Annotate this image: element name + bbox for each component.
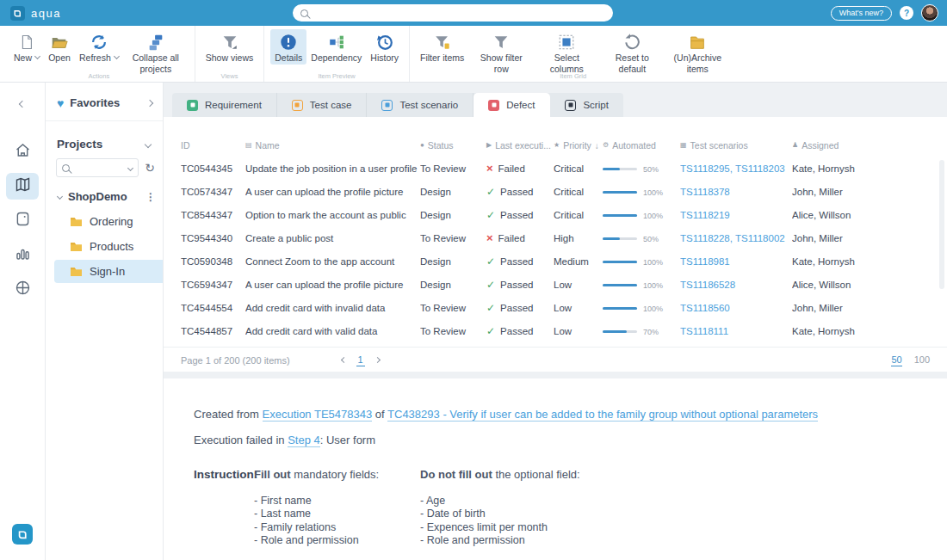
rail-item-reports[interactable]	[6, 207, 39, 234]
tab-defect[interactable]: Defect	[474, 93, 550, 117]
projects-label: Projects	[57, 138, 102, 151]
column-header-status[interactable]: ●Status	[420, 140, 486, 151]
execution-link[interactable]: Execution TE5478343	[263, 408, 373, 422]
show-filter-row-button[interactable]: Show filter row	[468, 29, 534, 75]
info-icon	[279, 32, 298, 52]
show-views-button[interactable]: Show views	[201, 29, 257, 65]
chevron-down-icon[interactable]	[127, 164, 133, 170]
table-row[interactable]: TC0544345Update the job position in a us…	[164, 157, 947, 180]
list-item: - Last name	[254, 508, 420, 521]
tree-item-ordering[interactable]: Ordering	[54, 210, 163, 233]
column-header-test-scenarios[interactable]: ▦Test scenarios	[680, 140, 792, 151]
whats-new-button[interactable]: What's new?	[831, 6, 892, 21]
unarchive-items-label: (Un)Archive items	[669, 52, 726, 74]
collapse-sidebar-button[interactable]	[12, 95, 33, 113]
test-scenario-link[interactable]: TS1118560	[680, 303, 792, 313]
test-scenario-link[interactable]: TS1118981	[680, 256, 792, 267]
prev-page-button[interactable]	[341, 357, 347, 363]
column-header-last-executi[interactable]: ▶Last executi...	[486, 140, 554, 151]
row-automated: 100%	[603, 210, 680, 220]
table-row[interactable]: TC0590348Connect Zoom to the app account…	[164, 249, 947, 273]
test-scenario-link[interactable]: TS1118219	[680, 210, 792, 220]
row-priority: Critical	[554, 210, 603, 220]
toolbar-group-label: Actions	[3, 72, 195, 80]
chevron-down-icon[interactable]	[57, 194, 63, 200]
instruction-block: Instruction: Fill out mandatory fields: …	[194, 468, 930, 548]
collapse-all-projects-button[interactable]: Collapse all projects	[123, 29, 189, 75]
refresh-projects-icon[interactable]: ↻	[145, 162, 155, 174]
tab-test-case[interactable]: Test case	[277, 93, 368, 117]
aqua-logo[interactable]: aqua	[0, 6, 61, 21]
tab-script[interactable]: Script	[550, 93, 622, 117]
tab-test-scenario[interactable]: Test scenario	[367, 93, 474, 117]
sidebar: ♥ Favorites Projects ↻ ShopDemo ⋮	[46, 83, 164, 560]
row-priority: Critical	[554, 187, 603, 197]
new-button[interactable]: New	[9, 29, 44, 65]
table-row[interactable]: TC4544554Add credit card with invalid da…	[164, 296, 947, 319]
column-header-id[interactable]: ID	[181, 140, 245, 151]
page-1-button[interactable]: 1	[356, 354, 365, 366]
help-icon[interactable]: ?	[900, 6, 913, 20]
column-header-assigned[interactable]: ♟Assigned	[792, 140, 935, 151]
tree-item-sign-in[interactable]: Sign-In	[54, 260, 163, 283]
collapse-all-projects-label: Collapse all projects	[127, 52, 184, 74]
chevron-right-icon[interactable]	[146, 99, 153, 106]
tab-requirement[interactable]: Requirement	[172, 93, 277, 117]
open-button[interactable]: Open	[44, 29, 75, 65]
select-columns-button[interactable]: Select columns	[534, 29, 599, 75]
next-page-button[interactable]	[374, 357, 381, 363]
progress-bar	[603, 261, 637, 263]
table-row[interactable]: TC6594347A user can upload the profile p…	[164, 273, 947, 296]
pagination: Page 1 of 200 (200 items) 1 50100	[164, 347, 947, 372]
filter-items-button[interactable]: Filter items	[416, 29, 468, 65]
chevron-down-icon[interactable]	[145, 140, 152, 147]
history-button[interactable]: History	[366, 29, 403, 65]
rail-item-grid[interactable]	[6, 276, 39, 303]
unarchive-items-button[interactable]: (Un)Archive items	[665, 29, 730, 75]
project-search-input[interactable]	[56, 158, 139, 177]
test-scenario-link[interactable]: TS11186528	[680, 280, 792, 290]
aqua-rail-logo[interactable]	[12, 524, 33, 545]
progress-percent: 100%	[643, 188, 663, 197]
step-link[interactable]: Step 4	[288, 434, 320, 447]
page-size-100[interactable]: 100	[914, 354, 930, 366]
dependency-button[interactable]: Dependency	[306, 29, 366, 65]
project-tree: ShopDemo ⋮ OrderingProductsSign-In	[46, 185, 163, 283]
filter-items-label: Filter items	[420, 52, 464, 64]
row-id: TC0590348	[181, 256, 245, 267]
global-search-input[interactable]	[313, 4, 613, 22]
table-row[interactable]: TC4544857Add credit card with valid data…	[164, 319, 947, 342]
table-row[interactable]: TC8544347Option to mark the account as p…	[164, 203, 947, 226]
kebab-menu-icon[interactable]: ⋮	[145, 191, 158, 203]
tree-item-products[interactable]: Products	[54, 235, 163, 258]
tree-node-shopdemo[interactable]: ShopDemo ⋮	[46, 185, 163, 208]
refresh-button[interactable]: Refresh	[75, 29, 123, 65]
favorites-section[interactable]: ♥ Favorites	[46, 83, 163, 121]
rail-item-projects[interactable]	[6, 173, 39, 200]
global-search[interactable]	[293, 4, 613, 22]
page-size-50[interactable]: 50	[891, 354, 901, 366]
reset-to-default-button[interactable]: Reset to default	[599, 29, 665, 75]
column-header-name[interactable]: ▤Name	[245, 140, 420, 151]
scrollbar[interactable]	[939, 160, 944, 289]
chevron-left-icon	[19, 101, 26, 108]
avatar[interactable]	[921, 4, 938, 22]
row-priority: Medium	[554, 256, 603, 267]
row-name: Option to mark the account as public	[245, 210, 420, 220]
testcase-link[interactable]: TC438293 - Verify if user can be added t…	[387, 408, 818, 422]
test-scenario-link[interactable]: TS1118378	[680, 187, 792, 197]
test-scenario-link[interactable]: TS1118295, TS1118203	[680, 163, 792, 174]
projects-section-header[interactable]: Projects	[46, 121, 163, 158]
test-scenario-link[interactable]: TS1118228, TS1118002	[680, 233, 792, 243]
table-row[interactable]: TC9544340Create a public postTo Review×F…	[164, 226, 947, 249]
list-item: - Expences limit per month	[420, 521, 580, 535]
rail-item-statistics[interactable]	[6, 242, 39, 268]
details-button[interactable]: Details	[270, 29, 306, 65]
progress-bar	[603, 191, 637, 194]
column-header-automated[interactable]: ⚙Automated	[603, 140, 680, 151]
item-grid-panel: ID▤Name●Status▶Last executi...★Priority↓…	[164, 117, 947, 372]
rail-item-home[interactable]	[6, 138, 39, 165]
column-header-priority[interactable]: ★Priority↓	[554, 140, 603, 151]
table-row[interactable]: TC0574347A user can upload the profile p…	[164, 180, 947, 203]
test-scenario-link[interactable]: TS1118111	[680, 326, 792, 336]
